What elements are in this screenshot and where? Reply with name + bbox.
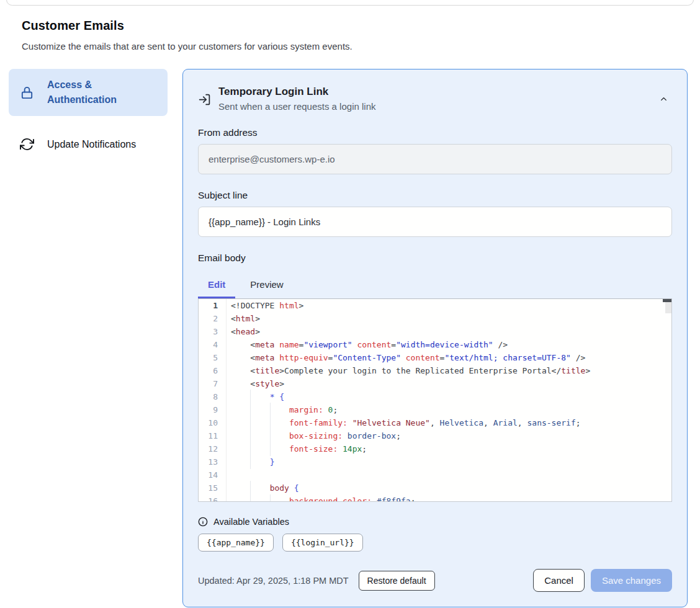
line-number: 8 (199, 390, 227, 403)
restore-default-button[interactable]: Restore default (359, 571, 435, 591)
code-line[interactable]: 12 font-size: 14px; (199, 442, 671, 455)
panel-subtitle: Sent when a user requests a login link (218, 101, 375, 112)
line-number: 10 (199, 416, 227, 429)
line-number: 2 (199, 312, 227, 325)
sidebar-item-access-authentication[interactable]: Access & Authentication (9, 69, 168, 116)
available-variables-label: Available Variables (213, 517, 289, 527)
code-line[interactable]: 14 (199, 468, 671, 481)
line-number: 16 (199, 494, 227, 502)
code-line[interactable]: 2<html> (199, 312, 671, 325)
line-number: 13 (199, 455, 227, 468)
line-number: 11 (199, 429, 227, 442)
page-header: Customer Emails Customize the emails tha… (0, 0, 700, 51)
page-subtitle: Customize the emails that are sent to yo… (22, 41, 678, 51)
info-icon (198, 517, 208, 527)
code-line[interactable]: 10 font-family: "Helvetica Neue", Helvet… (199, 416, 671, 429)
code-editor[interactable]: 1<!DOCTYPE html>2<html>3<head>4 <meta na… (198, 298, 672, 502)
code-line[interactable]: 4 <meta name="viewport" content="width=d… (199, 338, 671, 351)
email-body-tabs: Edit Preview (198, 274, 672, 298)
variable-chip-login-url[interactable]: {{login_url}} (282, 534, 363, 552)
code-line[interactable]: 5 <meta http-equiv="Content-Type" conten… (199, 351, 671, 364)
available-variables-header: Available Variables (198, 517, 672, 527)
code-line[interactable]: 3<head> (199, 325, 671, 338)
line-number: 14 (199, 468, 227, 481)
line-number: 4 (199, 338, 227, 351)
line-number: 12 (199, 442, 227, 455)
refresh-icon (20, 137, 34, 151)
line-number: 3 (199, 325, 227, 338)
page-title: Customer Emails (22, 19, 678, 33)
collapse-panel-button[interactable] (657, 92, 671, 108)
panel-footer: Updated: Apr 29, 2025, 1:18 PM MDT Resto… (198, 569, 672, 592)
cancel-button[interactable]: Cancel (533, 569, 585, 592)
variable-chip-app-name[interactable]: {{app_name}} (198, 534, 274, 552)
main-layout: Access & Authentication Update Notificat… (9, 69, 691, 607)
previous-card-bottom-edge (6, 0, 694, 6)
panel-title: Temporary Login Link (218, 86, 375, 98)
line-number: 1 (199, 299, 227, 312)
code-line[interactable]: 16 background-color: #f8f9fa; (199, 494, 671, 502)
chevron-up-icon (659, 94, 668, 105)
line-number: 15 (199, 481, 227, 494)
email-types-sidebar: Access & Authentication Update Notificat… (9, 69, 168, 160)
sidebar-item-update-notifications[interactable]: Update Notifications (9, 128, 168, 160)
code-line[interactable]: 7 <style> (199, 377, 671, 390)
code-line[interactable]: 8 * { (199, 390, 671, 403)
code-editor-lines: 1<!DOCTYPE html>2<html>3<head>4 <meta na… (199, 299, 671, 502)
code-line[interactable]: 6 <title>Complete your login to the Repl… (199, 364, 671, 377)
line-number: 5 (199, 351, 227, 364)
tab-preview[interactable]: Preview (240, 274, 293, 298)
sidebar-item-label: Update Notifications (47, 138, 136, 151)
line-number: 6 (199, 364, 227, 377)
from-address-label: From address (198, 127, 672, 138)
code-line[interactable]: 9 margin: 0; (199, 403, 671, 416)
save-changes-button[interactable]: Save changes (591, 569, 672, 592)
temporary-login-link-panel: Temporary Login Link Sent when a user re… (182, 69, 688, 607)
variable-chips: {{app_name}} {{login_url}} (198, 534, 672, 552)
code-line[interactable]: 11 box-sizing: border-box; (199, 429, 671, 442)
line-number: 7 (199, 377, 227, 390)
tab-edit[interactable]: Edit (198, 274, 235, 298)
updated-timestamp: Updated: Apr 29, 2025, 1:18 PM MDT (198, 576, 349, 586)
panel-header-text: Temporary Login Link Sent when a user re… (218, 86, 375, 112)
code-line[interactable]: 15 body { (199, 481, 671, 494)
panel-header: Temporary Login Link Sent when a user re… (198, 86, 672, 112)
from-address-input[interactable] (198, 144, 672, 174)
email-body-label: Email body (198, 253, 672, 264)
editor-scrollbar-track[interactable] (665, 302, 671, 313)
sidebar-item-label: Access & Authentication (47, 78, 140, 107)
log-in-icon (198, 93, 211, 106)
customer-emails-page: Customer Emails Customize the emails tha… (0, 0, 700, 608)
subject-line-label: Subject line (198, 190, 672, 201)
code-line[interactable]: 1<!DOCTYPE html> (199, 299, 671, 312)
lock-icon (20, 86, 34, 100)
line-number: 9 (199, 403, 227, 416)
code-line[interactable]: 13 } (199, 455, 671, 468)
subject-line-input[interactable] (198, 207, 672, 237)
